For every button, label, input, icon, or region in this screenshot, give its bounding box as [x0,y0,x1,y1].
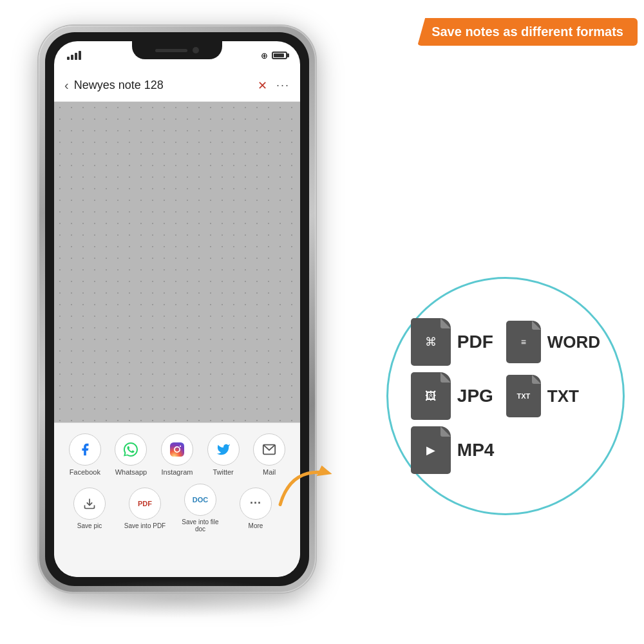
word-format-row: ≡ WORD [506,321,600,363]
twitter-label: Twitter [213,468,233,476]
pdf-format-row: ⌘ PDF ≡ WORD [411,318,600,366]
action-save-doc[interactable]: DOC Save into file doc [178,484,223,533]
txt-icon-symbol: TXT [516,392,530,400]
signal-bar-3 [75,53,77,60]
more-label: More [249,522,263,529]
action-save-pdf[interactable]: PDF Save into PDF [122,488,167,529]
instagram-label: Instagram [162,468,193,476]
battery-icon [272,52,287,59]
whatsapp-label: Whatsapp [115,468,147,476]
whatsapp-icon [115,433,147,466]
mp4-format-row: ▶ MP4 [411,426,600,474]
word-icon-symbol: ≡ [521,337,526,346]
word-label: WORD [547,332,600,352]
social-share-row: Facebook Whatsapp [54,423,300,478]
svg-rect-0 [170,442,184,457]
signal-indicator [67,51,81,60]
save-formats-banner: Save notes as different formats [417,18,638,46]
share-instagram[interactable]: Instagram [159,433,195,476]
twitter-icon [207,433,240,466]
note-title: Newyes note 128 [74,79,258,92]
pdf-label: PDF [457,332,493,352]
pdf-icon-symbol: ⌘ [425,335,437,349]
location-icon: ⊕ [261,51,268,61]
nav-bar: ‹ Newyes note 128 ✕ ··· [54,70,300,102]
phone-notch [132,41,222,59]
action-row: Save pic PDF Save into PDF DOC Save into… [54,478,300,538]
save-pic-label: Save pic [77,522,102,529]
formats-inner: ⌘ PDF ≡ WORD 🖼 JPG [388,279,623,513]
txt-file-icon: TXT [506,375,541,417]
save-pic-icon [73,488,106,520]
nav-right-actions: ✕ ··· [258,79,290,93]
jpg-label: JPG [457,386,493,406]
save-doc-icon: DOC [184,484,216,516]
phone-screen: 5:20 PM ⊕ ‹ Newyes note 128 ✕ ··· [54,41,300,577]
banner-text: Save notes as different formats [431,24,623,39]
action-save-pic[interactable]: Save pic [67,488,112,529]
status-right-icons: ⊕ [261,51,287,61]
pdf-file-icon: ⌘ [411,318,451,366]
signal-bar-1 [67,57,70,60]
jpg-file-icon: 🖼 [411,372,451,420]
txt-format-row: TXT TXT [506,375,579,417]
facebook-icon [69,433,101,466]
share-facebook[interactable]: Facebook [67,433,103,476]
edit-icon[interactable]: ✕ [258,79,267,93]
txt-label: TXT [547,386,579,406]
facebook-label: Facebook [70,468,100,476]
mp4-file-icon: ▶ [411,426,451,474]
signal-bar-4 [79,51,81,60]
notch-camera [193,47,199,53]
save-pdf-icon: PDF [129,488,161,520]
signal-bar-2 [71,55,73,60]
word-file-icon: ≡ [506,321,541,363]
back-icon[interactable]: ‹ [64,78,69,93]
share-sheet: Facebook Whatsapp [54,422,300,577]
formats-circle: ⌘ PDF ≡ WORD 🖼 JPG [386,277,625,515]
notch-speaker [155,49,187,52]
share-whatsapp[interactable]: Whatsapp [113,433,149,476]
phone-reflection [48,580,306,618]
jpg-format-row: 🖼 JPG TXT TXT [411,372,600,420]
phone-inner: 5:20 PM ⊕ ‹ Newyes note 128 ✕ ··· [45,32,309,586]
share-twitter[interactable]: Twitter [205,433,242,476]
save-doc-label: Save into file doc [178,518,223,533]
jpg-icon-symbol: 🖼 [425,390,437,403]
more-options-icon[interactable]: ··· [276,79,290,92]
instagram-icon [161,433,193,466]
battery-fill [274,53,284,57]
mail-icon [253,433,285,466]
mp4-icon-symbol: ▶ [426,443,435,457]
note-canvas[interactable] [54,102,300,422]
save-pdf-label: Save into PDF [124,522,166,529]
svg-point-2 [180,446,181,447]
mp4-label: MP4 [457,440,495,460]
more-icon: ··· [240,488,272,520]
